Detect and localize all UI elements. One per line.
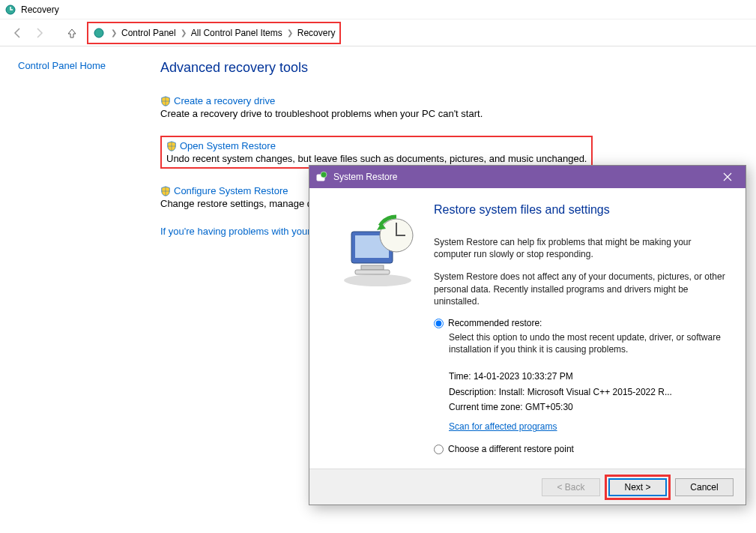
dialog-body: Restore system files and settings System… — [309, 188, 746, 469]
dialog-title: System Restore — [333, 172, 716, 182]
breadcrumb-item[interactable]: Recovery — [297, 28, 336, 38]
tz-label: Current time zone: — [449, 402, 525, 412]
chevron-right-icon: ❯ — [287, 28, 293, 37]
tool-link[interactable]: Configure System Restore — [174, 185, 288, 196]
page-heading: Advanced recovery tools — [160, 60, 738, 76]
nav-forward-button[interactable] — [31, 25, 46, 40]
breadcrumb-item[interactable]: All Control Panel Items — [191, 28, 282, 38]
tool-link[interactable]: Create a recovery drive — [174, 95, 275, 106]
shield-icon — [160, 186, 171, 196]
svg-point-1 — [94, 28, 103, 37]
sidebar: Control Panel Home — [18, 60, 160, 237]
breadcrumb-item[interactable]: Control Panel — [121, 28, 176, 38]
tool-desc: Create a recovery drive to troubleshoot … — [160, 108, 738, 119]
time-value: 14-01-2023 10:33:27 PM — [474, 371, 573, 382]
radio-recommended-desc: Select this option to undo the most rece… — [449, 331, 728, 355]
close-button[interactable] — [716, 169, 740, 184]
radio-group: Recommended restore: Select this option … — [434, 318, 728, 454]
nav-bar: ❯ Control Panel ❯ All Control Panel Item… — [0, 19, 756, 46]
window-titlebar: Recovery — [0, 0, 756, 19]
shield-icon — [160, 96, 171, 106]
tool-desc: Undo recent system changes, but leave fi… — [166, 153, 587, 164]
recovery-icon — [4, 4, 16, 16]
control-panel-home-link[interactable]: Control Panel Home — [18, 60, 106, 71]
radio-different-label: Choose a different restore point — [448, 444, 574, 454]
restore-image — [321, 203, 434, 461]
radio-different[interactable] — [434, 445, 444, 454]
nav-back-button[interactable] — [10, 25, 25, 40]
next-button-highlight: Next > — [605, 475, 671, 500]
back-button: < Back — [542, 478, 600, 496]
tool-link[interactable]: Open System Restore — [180, 140, 276, 151]
desc-value: Install: Microsoft Visual C++ 2015-2022 … — [499, 387, 672, 397]
chevron-right-icon: ❯ — [111, 28, 117, 37]
scan-affected-link[interactable]: Scan for affected programs — [449, 421, 557, 432]
desc-label: Description: — [449, 387, 499, 397]
tool-open-system-restore: Open System Restore Undo recent system c… — [160, 136, 593, 169]
dialog-heading: Restore system files and settings — [434, 203, 728, 217]
radio-recommended[interactable] — [434, 319, 444, 328]
svg-point-3 — [321, 172, 327, 178]
svg-rect-7 — [361, 265, 384, 270]
tool-create-recovery-drive: Create a recovery drive Create a recover… — [160, 95, 738, 119]
dialog-footer: < Back Next > Cancel — [309, 469, 746, 505]
time-label: Time: — [449, 371, 474, 382]
next-button[interactable]: Next > — [608, 478, 667, 496]
svg-rect-8 — [355, 270, 390, 274]
chevron-right-icon: ❯ — [181, 28, 187, 37]
shield-icon — [166, 141, 177, 151]
cancel-button[interactable]: Cancel — [675, 478, 734, 496]
dialog-para1: System Restore can help fix problems tha… — [434, 236, 728, 260]
dialog-content: Restore system files and settings System… — [434, 203, 728, 461]
system-restore-dialog: System Restore Restore system files and … — [309, 165, 746, 505]
window-title: Recovery — [21, 4, 59, 15]
restore-info: Time: 14-01-2023 10:33:27 PM Description… — [449, 369, 728, 435]
radio-recommended-label: Recommended restore: — [448, 318, 542, 328]
dialog-para2: System Restore does not affect any of yo… — [434, 271, 728, 307]
svg-point-4 — [344, 274, 411, 286]
tz-value: GMT+05:30 — [525, 402, 573, 412]
nav-up-button[interactable] — [64, 25, 79, 40]
breadcrumb: ❯ Control Panel ❯ All Control Panel Item… — [87, 22, 341, 44]
troubleshoot-link[interactable]: If you're having problems with your — [160, 226, 310, 237]
restore-icon — [315, 171, 327, 183]
breadcrumb-icon — [93, 27, 105, 39]
dialog-titlebar[interactable]: System Restore — [309, 166, 746, 188]
